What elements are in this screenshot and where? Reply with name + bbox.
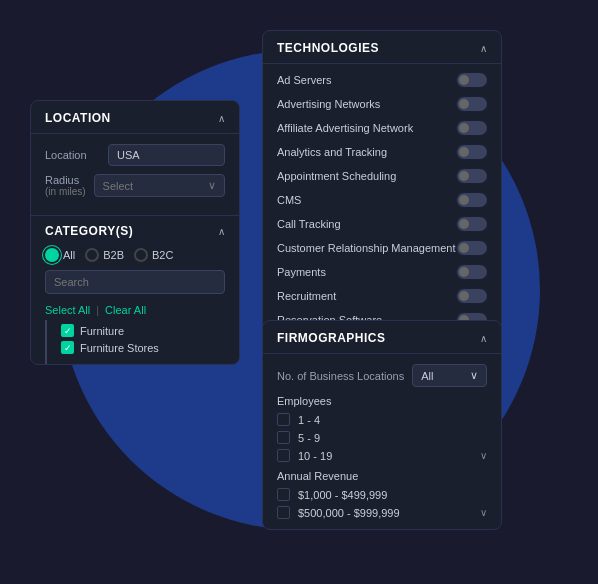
toggle-ad-servers[interactable] xyxy=(457,73,487,87)
employees-section: Employees 1 - 4 5 - 9 10 - 19 ∨ xyxy=(277,395,487,462)
emp-10-19-box xyxy=(277,449,290,462)
category-section-header: CATEGORY(S) ∧ xyxy=(31,215,239,244)
checkbox-furniture[interactable]: ✓ Furniture xyxy=(61,324,217,337)
tech-name-cms: CMS xyxy=(277,194,457,206)
location-value[interactable]: USA xyxy=(108,144,225,166)
checkbox-furniture-stores-box: ✓ xyxy=(61,341,74,354)
radio-all-label: All xyxy=(63,249,75,261)
emp-1-4-box xyxy=(277,413,290,426)
link-separator: | xyxy=(96,304,99,316)
revenue-section: Annual Revenue $1,000 - $499,999 $500,00… xyxy=(277,470,487,519)
search-placeholder: Search xyxy=(54,276,89,288)
rev-500k-999k[interactable]: $500,000 - $999,999 xyxy=(277,506,400,519)
location-panel-title: LOCATION xyxy=(45,111,111,125)
tech-row-affiliate: Affiliate Advertising Network xyxy=(263,116,501,140)
select-all-link[interactable]: Select All xyxy=(45,304,90,316)
emp-1-4-label: 1 - 4 xyxy=(298,414,320,426)
revenue-title: Annual Revenue xyxy=(277,470,487,482)
firmographics-panel-header: FIRMOGRAPHICS ∧ xyxy=(263,321,501,354)
emp-10-19-row: 10 - 19 ∨ xyxy=(277,449,487,462)
tech-name-crm: Customer Relationship Management xyxy=(277,242,457,254)
emp-5-9[interactable]: 5 - 9 xyxy=(277,431,487,444)
tech-row-payments: Payments xyxy=(263,260,501,284)
radius-field-row: Radius (in miles) Select ∨ xyxy=(45,174,225,197)
radio-b2b[interactable]: B2B xyxy=(85,248,124,262)
technologies-chevron-icon: ∧ xyxy=(480,43,487,54)
toggle-affiliate[interactable] xyxy=(457,121,487,135)
technologies-panel-header: TECHNOLOGIES ∧ xyxy=(263,31,501,64)
checkbox-furniture-label: Furniture xyxy=(80,325,124,337)
toggle-payments[interactable] xyxy=(457,265,487,279)
rev-1k-499k-label: $1,000 - $499,999 xyxy=(298,489,387,501)
location-panel: LOCATION ∧ Location USA Radius (in miles… xyxy=(30,100,240,365)
radius-label-group: Radius (in miles) xyxy=(45,174,86,197)
emp-10-19-label: 10 - 19 xyxy=(298,450,332,462)
tech-row-ad-servers: Ad Servers xyxy=(263,68,501,92)
rev-500k-999k-box xyxy=(277,506,290,519)
business-locations-value: All xyxy=(421,370,433,382)
checkbox-furniture-stores[interactable]: ✓ Furniture Stores xyxy=(61,341,217,354)
radio-b2c-circle xyxy=(134,248,148,262)
select-links: Select All | Clear All xyxy=(31,300,239,320)
emp-1-4[interactable]: 1 - 4 xyxy=(277,413,487,426)
tech-row-cms: CMS xyxy=(263,188,501,212)
toggle-analytics[interactable] xyxy=(457,145,487,159)
tech-name-advertising-networks: Advertising Networks xyxy=(277,98,457,110)
toggle-call-tracking[interactable] xyxy=(457,217,487,231)
category-checkbox-list: ✓ Furniture ✓ Furniture Stores xyxy=(45,320,231,364)
radius-note: (in miles) xyxy=(45,186,86,197)
emp-5-9-label: 5 - 9 xyxy=(298,432,320,444)
rev-500k-999k-row: $500,000 - $999,999 ∨ xyxy=(277,506,487,519)
business-locations-label: No. of Business Locations xyxy=(277,370,404,382)
tech-row-crm: Customer Relationship Management xyxy=(263,236,501,260)
radius-select[interactable]: Select ∨ xyxy=(94,174,225,197)
toggle-appointment[interactable] xyxy=(457,169,487,183)
tech-row-appointment: Appointment Scheduling xyxy=(263,164,501,188)
category-search-box[interactable]: Search xyxy=(45,270,225,294)
emp-10-19[interactable]: 10 - 19 xyxy=(277,449,332,462)
tech-row-recruitment: Recruitment xyxy=(263,284,501,308)
location-field-row: Location USA xyxy=(45,144,225,166)
tech-row-advertising-networks: Advertising Networks xyxy=(263,92,501,116)
radio-b2c-label: B2C xyxy=(152,249,173,261)
tech-name-ad-servers: Ad Servers xyxy=(277,74,457,86)
tech-name-recruitment: Recruitment xyxy=(277,290,457,302)
location-panel-body: Location USA Radius (in miles) Select ∨ xyxy=(31,134,239,215)
employees-expand-icon[interactable]: ∨ xyxy=(480,450,487,461)
rev-1k-499k-box xyxy=(277,488,290,501)
category-section-title: CATEGORY(S) xyxy=(45,224,133,238)
tech-name-analytics: Analytics and Tracking xyxy=(277,146,457,158)
technologies-panel-title: TECHNOLOGIES xyxy=(277,41,379,55)
radio-b2c[interactable]: B2C xyxy=(134,248,173,262)
toggle-advertising-networks[interactable] xyxy=(457,97,487,111)
radius-placeholder: Select xyxy=(103,180,134,192)
location-label: Location xyxy=(45,149,100,161)
checkbox-furniture-stores-label: Furniture Stores xyxy=(80,342,159,354)
toggle-crm[interactable] xyxy=(457,241,487,255)
rev-1k-499k[interactable]: $1,000 - $499,999 xyxy=(277,488,487,501)
radius-chevron-icon: ∨ xyxy=(208,179,216,192)
toggle-cms[interactable] xyxy=(457,193,487,207)
location-panel-header: LOCATION ∧ xyxy=(31,101,239,134)
business-locations-row: No. of Business Locations All ∨ xyxy=(277,364,487,387)
firmographics-panel: FIRMOGRAPHICS ∧ No. of Business Location… xyxy=(262,320,502,530)
rev-500k-999k-label: $500,000 - $999,999 xyxy=(298,507,400,519)
toggle-recruitment[interactable] xyxy=(457,289,487,303)
radio-group: All B2B B2C xyxy=(31,244,239,270)
firmographics-panel-title: FIRMOGRAPHICS xyxy=(277,331,386,345)
panels-container: LOCATION ∧ Location USA Radius (in miles… xyxy=(0,0,598,584)
firmographics-body: No. of Business Locations All ∨ Employee… xyxy=(263,354,501,529)
revenue-expand-icon[interactable]: ∨ xyxy=(480,507,487,518)
tech-row-call-tracking: Call Tracking xyxy=(263,212,501,236)
radio-all-circle xyxy=(45,248,59,262)
radius-label: Radius xyxy=(45,174,86,186)
radio-all[interactable]: All xyxy=(45,248,75,262)
tech-name-call-tracking: Call Tracking xyxy=(277,218,457,230)
clear-all-link[interactable]: Clear All xyxy=(105,304,146,316)
radio-b2b-circle xyxy=(85,248,99,262)
firmographics-chevron-icon: ∧ xyxy=(480,333,487,344)
emp-5-9-box xyxy=(277,431,290,444)
business-locations-select[interactable]: All ∨ xyxy=(412,364,487,387)
checkbox-furniture-box: ✓ xyxy=(61,324,74,337)
tech-name-appointment: Appointment Scheduling xyxy=(277,170,457,182)
